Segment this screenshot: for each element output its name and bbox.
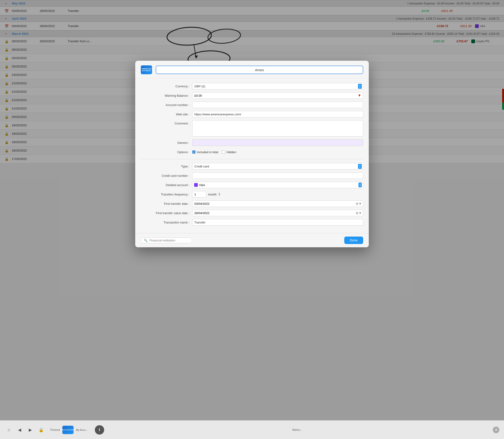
home-icon[interactable]: ⌂ <box>5 426 13 434</box>
account-edit-modal: AMERICAN EXPRESS Currency : GBP (£) ▲ ▼ <box>135 61 369 247</box>
search-icon: 🔍 <box>144 239 148 242</box>
modal-body: Currency : GBP (£) ▲ ▼ Warning Balance :… <box>135 78 369 233</box>
account-number-input[interactable] <box>192 102 363 108</box>
debited-account-wrapper[interactable]: V&A ▲ ▼ <box>192 182 363 188</box>
first-transfer-value-date-input[interactable] <box>192 210 363 216</box>
timeout-text: Timeout <box>50 428 60 431</box>
credit-card-number-row: Credit card number : <box>141 172 363 179</box>
transaction-name-label: Transaction name : <box>141 221 192 224</box>
welcome-text: Welco... <box>292 428 302 431</box>
close-button[interactable]: ✕ <box>493 427 499 433</box>
back-icon[interactable]: ◀ <box>15 426 24 434</box>
hidden-text: Hidden <box>227 150 236 154</box>
transfers-frequency-input[interactable] <box>192 191 206 197</box>
options-label: Options : <box>141 150 192 154</box>
included-in-total-label[interactable]: ✓ Included in total <box>192 150 218 154</box>
calendar-date-icon[interactable]: ⊞▼ <box>356 202 362 206</box>
amex-logo: AMERICAN EXPRESS <box>141 65 152 74</box>
transfers-frequency-row: Transfers frequency : month ▲ ▼ <box>141 191 363 197</box>
first-transfer-date-label: First transfer date : <box>141 202 192 206</box>
info-button[interactable]: i <box>95 425 104 435</box>
my-accounts-label[interactable]: My Acco... <box>76 428 88 431</box>
currency-select[interactable]: GBP (£) <box>192 83 363 89</box>
transfers-frequency-wrapper: month ▲ ▼ <box>192 191 363 197</box>
transfers-frequency-unit: month <box>208 193 217 196</box>
warning-balance-wrapper: ▼ <box>192 92 363 99</box>
modal-overlay: AMERICAN EXPRESS Currency : GBP (£) ▲ ▼ <box>0 0 504 439</box>
owners-row: Owners : <box>141 139 363 146</box>
type-stepper[interactable]: ▲ ▼ <box>358 164 362 169</box>
website-row: Web site : <box>141 111 363 117</box>
owners-label: Owners : <box>141 141 192 145</box>
currency-row: Currency : GBP (£) ▲ ▼ <box>141 83 363 89</box>
first-transfer-date-row: First transfer date : ⊞▼ <box>141 200 363 207</box>
warning-balance-label: Warning Balance : <box>141 94 192 97</box>
debited-account-select[interactable]: V&A <box>192 182 363 188</box>
account-number-label: Account number : <box>141 103 192 107</box>
warning-balance-row: Warning Balance : ▼ <box>141 92 363 99</box>
first-transfer-value-date-label: First transfer value date : <box>141 211 192 215</box>
hidden-label[interactable]: Hidden <box>222 150 236 154</box>
account-name-input[interactable] <box>156 66 363 74</box>
transfers-frequency-label: Transfers frequency : <box>141 193 192 196</box>
taskbar: ⌂ ◀ ▶ 🔒 Timeout AMERICAN EXPRESS My Acco… <box>0 420 504 439</box>
modal-header: AMERICAN EXPRESS <box>135 61 369 78</box>
forward-icon[interactable]: ▶ <box>26 426 35 434</box>
type-select-wrapper[interactable]: Credit card ▲ ▼ <box>192 163 363 170</box>
included-in-total-checkbox[interactable]: ✓ <box>192 150 196 154</box>
first-transfer-date-input[interactable] <box>192 200 363 207</box>
divider-1 <box>141 159 363 159</box>
debited-account-label: Debited account : <box>141 183 192 187</box>
done-button[interactable]: Done <box>344 237 363 244</box>
currency-select-wrapper[interactable]: GBP (£) ▲ ▼ <box>192 83 363 89</box>
type-label: Type : <box>141 165 192 168</box>
credit-card-number-label: Credit card number : <box>141 174 192 177</box>
currency-stepper[interactable]: ▲ ▼ <box>358 84 362 89</box>
debited-account-row: Debited account : V&A ▲ ▼ <box>141 182 363 188</box>
type-select[interactable]: Credit card <box>192 163 363 170</box>
website-label: Web site : <box>141 112 192 116</box>
taskbar-amex-logo[interactable]: AMERICAN EXPRESS <box>62 426 74 434</box>
debited-account-stepper[interactable]: ▲ ▼ <box>358 183 362 187</box>
owners-input[interactable] <box>192 139 363 146</box>
first-transfer-date-wrapper: ⊞▼ <box>192 200 363 207</box>
lock-nav-icon[interactable]: 🔒 <box>37 426 45 434</box>
currency-label: Currency : <box>141 85 192 88</box>
financial-institution-input[interactable] <box>149 239 184 242</box>
type-row: Type : Credit card ▲ ▼ <box>141 163 363 170</box>
debited-account-icon <box>194 183 198 187</box>
transaction-name-row: Transaction name : <box>141 219 363 226</box>
first-transfer-value-date-wrapper: ⊞▼ <box>192 210 363 216</box>
website-input[interactable] <box>192 111 363 117</box>
comment-row: Comment : <box>141 120 363 137</box>
warning-down-arrow: ▼ <box>357 93 361 98</box>
transaction-name-input[interactable] <box>192 219 363 226</box>
account-number-row: Account number : <box>141 102 363 108</box>
options-checkboxes: ✓ Included in total Hidden <box>192 150 236 154</box>
warning-balance-input[interactable] <box>192 92 363 99</box>
financial-institution-search[interactable]: 🔍 <box>141 237 192 243</box>
transfers-frequency-stepper[interactable]: ▲ ▼ <box>218 192 220 196</box>
calendar-value-date-icon[interactable]: ⊞▼ <box>356 211 362 215</box>
credit-card-number-input[interactable] <box>192 172 363 179</box>
modal-footer: 🔍 Done <box>135 233 369 247</box>
options-row: Options : ✓ Included in total Hidden <box>141 149 363 155</box>
first-transfer-value-date-row: First transfer value date : ⊞▼ <box>141 210 363 216</box>
included-in-total-text: Included in total <box>197 150 218 154</box>
comment-label: Comment : <box>141 120 192 125</box>
comment-textarea[interactable] <box>192 120 363 137</box>
hidden-checkbox[interactable] <box>222 150 225 154</box>
